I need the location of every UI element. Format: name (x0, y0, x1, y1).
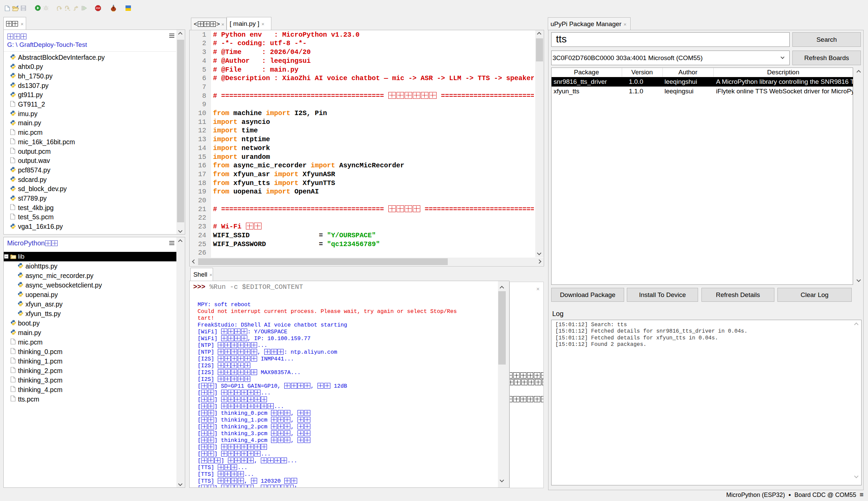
svg-text:STOP: STOP (96, 8, 100, 9)
